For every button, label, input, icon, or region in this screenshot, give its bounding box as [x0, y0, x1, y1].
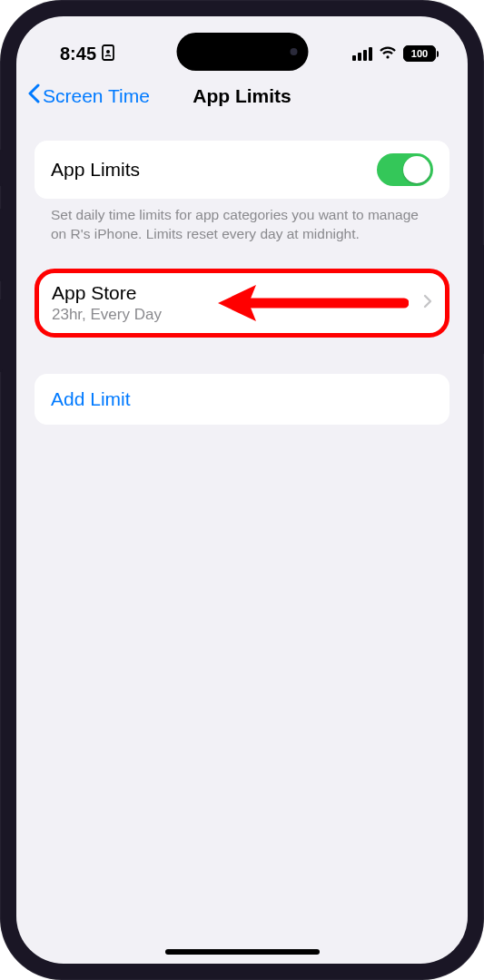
limit-item-app-store[interactable]: App Store 23hr, Every Day — [39, 273, 445, 333]
chevron-right-icon — [423, 294, 432, 312]
page-title: App Limits — [193, 85, 291, 107]
face-id-icon — [102, 44, 114, 64]
camera-dot — [290, 48, 297, 55]
limit-item-title: App Store — [52, 282, 162, 304]
cellular-icon — [352, 47, 372, 61]
dynamic-island — [176, 33, 308, 71]
app-limits-description: Set daily time limits for app categories… — [35, 199, 449, 244]
phone-frame: 8:45 100 — [0, 0, 484, 980]
silence-switch — [0, 150, 3, 186]
app-limits-toggle-group: App Limits — [35, 141, 449, 199]
limit-item-subtitle: 23hr, Every Day — [52, 306, 162, 324]
add-limit-group: Add Limit — [35, 374, 449, 425]
app-limits-toggle-cell[interactable]: App Limits — [35, 141, 449, 199]
toggle-knob — [403, 156, 430, 183]
battery-icon: 100 — [403, 45, 436, 62]
content-area: App Limits Set daily time limits for app… — [16, 121, 468, 425]
limit-item-group: App Store 23hr, Every Day — [35, 269, 449, 338]
svg-point-1 — [106, 50, 110, 54]
back-label: Screen Time — [43, 85, 150, 107]
app-limits-toggle[interactable] — [377, 153, 433, 186]
screen: 8:45 100 — [16, 16, 468, 964]
back-button[interactable]: Screen Time — [27, 83, 150, 108]
app-limits-toggle-label: App Limits — [51, 159, 140, 181]
add-limit-button[interactable]: Add Limit — [35, 374, 449, 425]
chevron-left-icon — [27, 83, 40, 108]
home-indicator[interactable] — [165, 949, 320, 955]
navigation-bar: Screen Time App Limits — [16, 73, 468, 121]
volume-down-button — [0, 299, 3, 372]
status-time: 8:45 — [60, 44, 96, 64]
wifi-icon — [379, 44, 397, 64]
volume-up-button — [0, 209, 3, 281]
add-limit-label: Add Limit — [51, 388, 131, 410]
